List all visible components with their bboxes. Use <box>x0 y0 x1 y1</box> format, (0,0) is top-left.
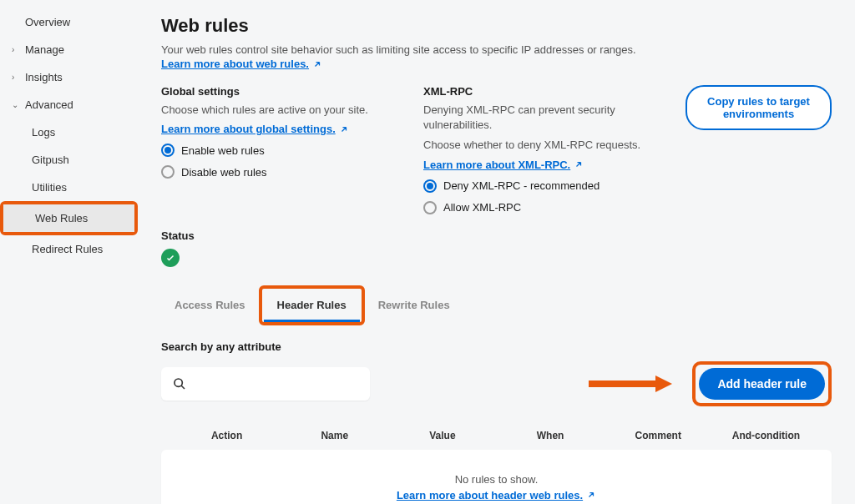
external-link-icon <box>339 124 349 134</box>
tab-rewrite-rules[interactable]: Rewrite Rules <box>365 290 463 320</box>
sidebar-item-redirect-rules[interactable]: Redirect Rules <box>0 235 138 263</box>
search-icon <box>173 377 186 391</box>
global-settings-section: Global settings Choose which rules are a… <box>161 85 403 179</box>
learn-more-xmlrpc-link[interactable]: Learn more about XML-RPC. <box>423 159 584 171</box>
learn-more-header-rules-link[interactable]: Learn more about header web rules. <box>397 489 596 501</box>
sidebar-item-utilities[interactable]: Utilities <box>0 174 138 201</box>
annotation-highlight: Header Rules <box>259 285 365 325</box>
sidebar-item-manage[interactable]: ›Manage <box>0 36 138 63</box>
sidebar-item-web-rules[interactable]: Web Rules <box>3 204 134 232</box>
col-and-condition: And-condition <box>712 430 820 441</box>
radio-disable-web-rules[interactable]: Disable web rules <box>161 165 403 179</box>
main-content: Web rules Your web rules control site be… <box>138 0 855 504</box>
sidebar-item-gitpush[interactable]: Gitpush <box>0 146 138 174</box>
table-header-row: Action Name Value When Comment And-condi… <box>161 421 832 450</box>
svg-point-0 <box>175 379 182 386</box>
sidebar-item-logs[interactable]: Logs <box>0 118 138 146</box>
radio-allow-xmlrpc[interactable]: Allow XML-RPC <box>423 201 665 214</box>
copy-rules-button[interactable]: Copy rules to target environments <box>686 85 832 130</box>
add-header-rule-button[interactable]: Add header rule <box>699 368 825 400</box>
external-link-icon <box>312 59 322 69</box>
col-action: Action <box>173 430 281 441</box>
status-ok-icon <box>161 249 180 267</box>
chevron-right-icon: › <box>12 73 20 82</box>
chevron-right-icon: › <box>12 45 20 54</box>
learn-more-web-rules-link[interactable]: Learn more about web rules. <box>161 58 322 70</box>
radio-icon <box>161 165 175 179</box>
status-section: Status <box>161 229 832 267</box>
col-when: When <box>497 430 605 441</box>
radio-deny-xmlrpc[interactable]: Deny XML-RPC - recommended <box>423 179 665 193</box>
rules-table: Action Name Value When Comment And-condi… <box>161 421 832 504</box>
col-name: Name <box>281 430 388 441</box>
page-description: Your web rules control site behavior suc… <box>161 43 832 56</box>
table-empty-state: No rules to show. Learn more about heade… <box>161 450 832 504</box>
annotation-highlight: Web Rules <box>0 201 138 235</box>
sidebar-item-overview[interactable]: Overview <box>0 8 138 36</box>
chevron-down-icon: ⌄ <box>12 100 20 109</box>
radio-icon <box>161 144 175 157</box>
sidebar-item-advanced[interactable]: ⌄Advanced <box>0 91 138 118</box>
col-value: Value <box>388 430 496 441</box>
learn-more-global-settings-link[interactable]: Learn more about global settings. <box>161 123 349 135</box>
external-link-icon <box>574 159 584 169</box>
svg-marker-2 <box>655 375 672 392</box>
search-input[interactable] <box>161 367 370 401</box>
radio-icon <box>423 201 437 214</box>
external-link-icon <box>586 490 596 500</box>
sidebar-item-insights[interactable]: ›Insights <box>0 63 138 91</box>
tab-header-rules[interactable]: Header Rules <box>264 290 360 322</box>
search-label: Search by any attribute <box>161 340 832 353</box>
annotation-highlight: Add header rule <box>692 361 832 406</box>
sidebar: Overview ›Manage ›Insights ⌄Advanced Log… <box>0 0 138 504</box>
page-title: Web rules <box>161 15 832 37</box>
xmlrpc-section: XML-RPC Denying XML-RPC can prevent secu… <box>423 85 665 214</box>
rules-tabs: Access Rules Header Rules Rewrite Rules <box>161 285 832 325</box>
tab-access-rules[interactable]: Access Rules <box>161 290 259 320</box>
radio-enable-web-rules[interactable]: Enable web rules <box>161 144 403 157</box>
col-comment: Comment <box>605 430 712 441</box>
annotation-arrow <box>383 374 679 394</box>
radio-icon <box>423 179 437 193</box>
